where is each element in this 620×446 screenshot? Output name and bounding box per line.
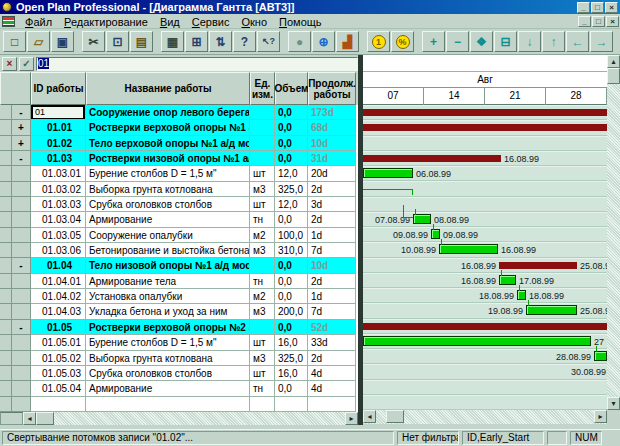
cell-duration[interactable]: 68d xyxy=(308,120,356,135)
cell-volume[interactable]: 0,0 xyxy=(275,136,308,151)
summary-bar[interactable] xyxy=(363,155,501,162)
task-bar[interactable] xyxy=(439,244,498,254)
cell-unit[interactable]: тн xyxy=(250,274,275,289)
row-selector[interactable] xyxy=(0,381,12,396)
table-row[interactable]: 01.04.02Установка опалубким20,01d xyxy=(0,289,358,304)
table-row[interactable]: 01.04.03Укладка бетона и уход за нимм320… xyxy=(0,304,358,319)
cell-volume[interactable]: 0,0 xyxy=(275,289,308,304)
cell-duration[interactable] xyxy=(308,397,356,412)
move-down-button[interactable]: ↓ xyxy=(518,31,541,52)
cell-name[interactable]: Укладка бетона и уход за ним xyxy=(86,304,250,319)
cell-duration[interactable]: 4d xyxy=(308,381,356,396)
cell-volume[interactable]: 12,0 xyxy=(275,197,308,212)
table-row[interactable]: -01.05Ростверки верховой опоры №2 а/д0,0… xyxy=(0,320,358,335)
histogram-chart-button[interactable]: ▟ xyxy=(336,31,359,52)
cell-unit[interactable]: м2 xyxy=(250,228,275,243)
row-selector[interactable] xyxy=(0,274,12,289)
row-selector[interactable] xyxy=(0,182,12,197)
row-selector[interactable] xyxy=(0,351,12,366)
cell-name[interactable]: Тело низовой опоры №1 а/д моста xyxy=(86,258,250,273)
cell-id[interactable]: 01.03.05 xyxy=(31,228,86,243)
cell-name[interactable]: Выборка грунта котлована xyxy=(86,351,250,366)
cell-id[interactable]: 01.05.01 xyxy=(31,335,86,350)
cell-duration[interactable]: 4d xyxy=(308,366,356,381)
help-button[interactable]: ? xyxy=(233,31,256,52)
cell-id[interactable] xyxy=(31,397,86,412)
table-row[interactable]: -01Сооружение опор левого берега0,0173d xyxy=(0,105,358,120)
task-bar[interactable] xyxy=(363,168,413,178)
cell-duration[interactable]: 52d xyxy=(308,320,356,335)
table-row[interactable]: 01.03.05Сооружение опалубким2100,01d xyxy=(0,228,358,243)
cell-id[interactable]: 01.03.04 xyxy=(31,212,86,227)
cell-duration[interactable]: 7d xyxy=(308,243,356,258)
table-row[interactable]: -01.04Тело низовой опоры №1 а/д моста0,0… xyxy=(0,258,358,273)
table-scroll-thumb[interactable] xyxy=(36,412,54,425)
row-selector[interactable] xyxy=(0,258,12,273)
cell-volume[interactable]: 16,0 xyxy=(275,335,308,350)
cell-id[interactable]: 01.05.04 xyxy=(31,381,86,396)
resources-globe-button[interactable]: ⊕ xyxy=(312,31,335,52)
cell-id[interactable]: 01.04.03 xyxy=(31,304,86,319)
cell-unit[interactable]: тн xyxy=(250,381,275,396)
column-header-2[interactable]: Ед. изм. xyxy=(250,72,275,105)
cell-id[interactable]: 01.03 xyxy=(31,151,86,166)
move-left-button[interactable]: ← xyxy=(566,31,589,52)
cell-name[interactable]: Сооружение опалубки xyxy=(86,228,250,243)
cell-name[interactable]: Ростверки верховой опоры №1 а/д xyxy=(86,120,250,135)
cell-name[interactable]: Бурение столбов D = 1,5 м" xyxy=(86,166,250,181)
row-selector[interactable] xyxy=(0,151,12,166)
cell-id[interactable]: 01 xyxy=(31,105,86,120)
cell-volume[interactable]: 0,0 xyxy=(275,258,308,273)
cell-volume[interactable]: 325,0 xyxy=(275,351,308,366)
table-h-scrollbar[interactable]: ◂ ▸ xyxy=(0,412,358,425)
table-row[interactable]: -01.03Ростверки низовой опоры №1 а/д м0,… xyxy=(0,151,358,166)
cell-name[interactable] xyxy=(86,397,250,412)
cell-name[interactable]: Срубка оголовков столбов xyxy=(86,197,250,212)
cell-id[interactable]: 01.04 xyxy=(31,258,86,273)
cell-duration[interactable]: 2d xyxy=(308,351,356,366)
cell-unit[interactable]: м3 xyxy=(250,304,275,319)
close-button[interactable]: × xyxy=(605,2,618,13)
print-preview-button[interactable]: ⊞ xyxy=(185,31,208,52)
cell-duration[interactable]: 2d xyxy=(308,212,356,227)
cell-duration[interactable]: 1d xyxy=(308,289,356,304)
open-file-button[interactable]: ▱ xyxy=(27,31,50,52)
cell-duration[interactable]: 2d xyxy=(308,182,356,197)
cell-name[interactable]: Бурение столбов D = 1,5 м" xyxy=(86,335,250,350)
cell-name[interactable]: Ростверки низовой опоры №1 а/д м xyxy=(86,151,250,166)
status-circle-button[interactable]: ● xyxy=(288,31,311,52)
cell-name[interactable]: Армирование xyxy=(86,381,250,396)
table-row[interactable]: 01.03.02Выборка грунта котлованам3325,02… xyxy=(0,182,358,197)
gantt-scroll-left-button[interactable]: ◂ xyxy=(363,410,376,423)
context-help-button[interactable]: ↖? xyxy=(257,31,280,52)
table-row[interactable]: +01.02Тело верховой опоры №1 а/д моста0,… xyxy=(0,136,358,151)
cell-duration[interactable]: 10d xyxy=(308,136,356,151)
cell-id[interactable]: 01.04.01 xyxy=(31,274,86,289)
menu-item-3[interactable]: Сервис xyxy=(186,15,236,29)
task-bar[interactable] xyxy=(526,305,577,315)
remove-activity-button[interactable]: − xyxy=(446,31,469,52)
row-selector[interactable] xyxy=(0,397,12,412)
collapse-icon[interactable]: - xyxy=(12,151,31,166)
cell-duration[interactable]: 173d xyxy=(308,105,356,120)
row-selector[interactable] xyxy=(0,120,12,135)
summary-bar[interactable] xyxy=(363,323,607,330)
cost-coin-button[interactable]: 1 xyxy=(367,31,390,52)
cell-duration[interactable]: 7d xyxy=(308,304,356,319)
table-row[interactable] xyxy=(0,397,358,412)
task-bar[interactable] xyxy=(413,214,431,224)
save-button[interactable]: ▣ xyxy=(51,31,74,52)
cell-unit[interactable] xyxy=(250,105,275,120)
child-restore-button[interactable]: □ xyxy=(592,16,605,27)
cell-duration[interactable]: 20d xyxy=(308,166,356,181)
row-selector[interactable] xyxy=(0,136,12,151)
table-row[interactable]: 01.03.01Бурение столбов D = 1,5 м"шт12,0… xyxy=(0,166,358,181)
cell-unit[interactable]: шт xyxy=(250,166,275,181)
menu-item-2[interactable]: Вид xyxy=(154,15,186,29)
cell-name[interactable]: Ростверки верховой опоры №2 а/д xyxy=(86,320,250,335)
accept-edit-button[interactable]: ✓ xyxy=(19,57,34,71)
cell-id[interactable]: 01.03.06 xyxy=(31,243,86,258)
restore-button[interactable]: □ xyxy=(591,2,604,13)
task-bar[interactable] xyxy=(517,290,526,300)
cell-volume[interactable]: 0,0 xyxy=(275,212,308,227)
